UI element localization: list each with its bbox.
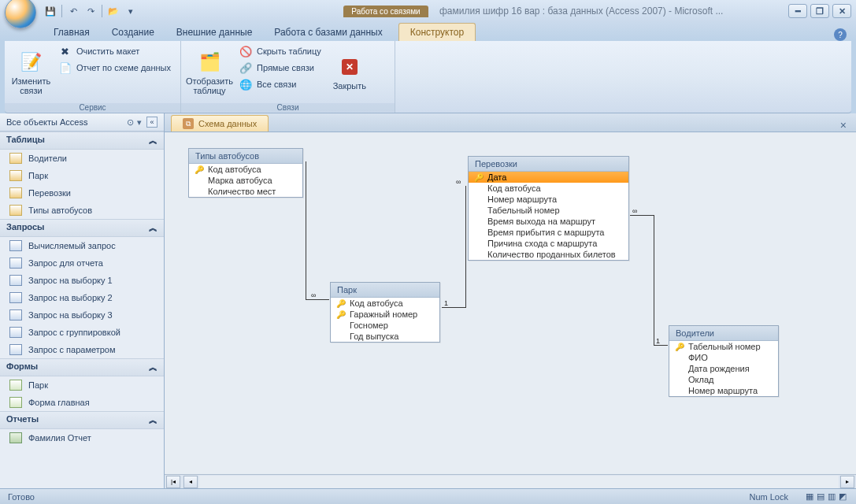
show-table-button[interactable]: 🗂️ Отобразить таблицу xyxy=(186,43,233,102)
nav-collapse-button[interactable]: « xyxy=(146,117,157,128)
relation-table-bus-types[interactable]: Типы автобусов🔑Код автобусаМарка автобус… xyxy=(188,148,303,198)
all-relationships-button[interactable]: 🌐 Все связи xyxy=(235,76,326,92)
relation-table-drivers[interactable]: Водители🔑Табельный номерФИОДата рождения… xyxy=(669,325,779,397)
nav-item-table[interactable]: Водители xyxy=(0,150,164,167)
relation-field[interactable]: Оклад xyxy=(669,374,778,385)
tab-external[interactable]: Внешние данные xyxy=(165,24,264,41)
hide-table-icon: 🚫 xyxy=(239,45,252,57)
key-icon: 🔑 xyxy=(674,343,685,351)
tab-dbtools[interactable]: Работа с базами данных xyxy=(263,24,393,41)
hide-table-button[interactable]: 🚫 Скрыть таблицу xyxy=(235,43,326,59)
relation-field[interactable]: Дата рождения xyxy=(669,363,778,374)
nav-item-query[interactable]: Запрос на выборку 2 xyxy=(0,289,164,306)
view-shortcut-1[interactable]: ▦ xyxy=(806,491,813,502)
restore-button[interactable]: ❐ xyxy=(810,4,829,18)
cardinality-one: 1 xyxy=(656,337,660,345)
view-shortcut-2[interactable]: ▤ xyxy=(817,491,825,502)
close-window-button[interactable]: ✕ xyxy=(832,4,851,18)
office-button[interactable] xyxy=(5,0,36,28)
relation-table-trans[interactable]: Перевозки🔑ДатаКод автобусаНомер маршрута… xyxy=(468,156,629,261)
scroll-left-button[interactable]: ◂ xyxy=(183,476,198,488)
clear-layout-icon: ✖ xyxy=(59,45,72,57)
direct-relationships-button[interactable]: 🔗 Прямые связи xyxy=(235,60,326,76)
relation-table-header[interactable]: Водители xyxy=(669,326,778,341)
document-tab-schema[interactable]: ⧉ Схема данных xyxy=(171,115,269,132)
nav-menu-icon[interactable]: ▾ xyxy=(137,117,142,128)
relation-field[interactable]: Госномер xyxy=(331,320,439,331)
nav-item-query[interactable]: Запрос на выборку 3 xyxy=(0,306,164,324)
nav-item-query[interactable]: Запрос на выборку 1 xyxy=(0,272,164,289)
nav-title[interactable]: Все объекты Access xyxy=(6,117,87,127)
relation-field[interactable]: Код автобуса xyxy=(469,183,628,194)
nav-item-form[interactable]: Парк xyxy=(0,376,164,394)
relation-field[interactable]: Время прибытия с маршрута xyxy=(469,227,628,238)
relation-field[interactable]: 🔑Дата xyxy=(469,172,628,183)
nav-group-tables[interactable]: Таблицы︽ xyxy=(0,132,164,150)
nav-item-table[interactable]: Перевозки xyxy=(0,184,164,202)
nav-item-query-icon xyxy=(9,309,22,321)
nav-group-queries[interactable]: Запросы︽ xyxy=(0,219,164,237)
key-icon: 🔑 xyxy=(335,310,346,319)
relation-field[interactable]: 🔑Код автобуса xyxy=(189,164,302,175)
relation-field[interactable]: 🔑Гаражный номер xyxy=(331,309,439,320)
relation-field[interactable]: Количество проданных билетов xyxy=(469,249,628,260)
view-shortcut-4[interactable]: ◩ xyxy=(839,491,847,502)
clear-layout-button[interactable]: ✖ Очистить макет xyxy=(54,43,176,59)
relation-field[interactable]: Количество мест xyxy=(189,186,302,197)
tab-design-context[interactable]: Конструктор xyxy=(398,23,476,41)
nav-item-table[interactable]: Типы автобусов xyxy=(0,202,164,219)
qat-customize[interactable]: ▾ xyxy=(123,3,139,19)
relation-field[interactable]: Причина схода с маршрута xyxy=(469,238,628,249)
relationships-icon: ⧉ xyxy=(183,118,194,129)
edit-relationships-button[interactable]: 📝 Изменить связи xyxy=(9,43,53,102)
nav-group-forms[interactable]: Формы︽ xyxy=(0,358,164,376)
cardinality-many: ∞ xyxy=(632,207,637,215)
relation-field[interactable]: Год выпуска xyxy=(331,331,439,342)
qat-open[interactable]: 📂 xyxy=(106,3,121,19)
relation-line xyxy=(306,161,306,299)
schema-report-icon: 📄 xyxy=(59,61,72,74)
relation-table-park[interactable]: Парк🔑Код автобуса🔑Гаражный номерГосномер… xyxy=(330,282,440,343)
context-tab-label: Работа со связями xyxy=(343,6,428,17)
nav-item-query[interactable]: Запрос с параметром xyxy=(0,341,164,358)
relation-line xyxy=(306,299,329,300)
schema-report-button[interactable]: 📄 Отчет по схеме данных xyxy=(54,60,176,76)
relation-field[interactable]: ФИО xyxy=(669,352,778,363)
view-shortcut-3[interactable]: ▥ xyxy=(828,491,836,502)
qat-save[interactable]: 💾 xyxy=(43,3,58,19)
relation-table-header[interactable]: Парк xyxy=(331,283,439,298)
relation-field[interactable]: Номер маршрута xyxy=(669,385,778,396)
qat-redo[interactable]: ↷ xyxy=(83,3,98,19)
qat-undo[interactable]: ↶ xyxy=(65,3,81,19)
scroll-right-button[interactable]: ▸ xyxy=(840,476,854,488)
relation-field[interactable]: Номер маршрута xyxy=(469,194,628,205)
nav-item-query[interactable]: Вычисляемый запрос xyxy=(0,237,164,254)
relation-field[interactable]: 🔑Код автобуса xyxy=(331,298,439,309)
hscroll-track[interactable] xyxy=(199,476,839,488)
close-schema-button[interactable]: ✕ Закрыть xyxy=(326,43,373,102)
tab-create[interactable]: Создание xyxy=(101,24,165,41)
nav-dropdown-icon[interactable]: ⊙ xyxy=(127,117,134,128)
nav-item-query-icon xyxy=(9,344,22,355)
collapse-icon: ︽ xyxy=(149,414,157,426)
nav-item-query[interactable]: Запрос с группировкой xyxy=(0,324,164,341)
relation-field[interactable]: Табельный номер xyxy=(469,205,628,216)
nav-group-reports[interactable]: Отчеты︽ xyxy=(0,411,164,429)
nav-item-form[interactable]: Форма главная xyxy=(0,394,164,411)
status-numlock: Num Lock xyxy=(749,492,788,502)
relation-table-header[interactable]: Типы автобусов xyxy=(189,149,302,164)
relation-table-header[interactable]: Перевозки xyxy=(469,157,628,172)
nav-item-table[interactable]: Парк xyxy=(0,167,164,184)
nav-item-report[interactable]: Фамилия Отчет xyxy=(0,429,164,447)
document-close-button[interactable]: × xyxy=(836,119,851,132)
relation-field[interactable]: Марка автобуса xyxy=(189,175,302,186)
relation-field[interactable]: Время выхода на маршрут xyxy=(469,216,628,227)
tab-home[interactable]: Главная xyxy=(43,24,101,41)
qat-separator xyxy=(102,5,102,17)
relation-line xyxy=(465,186,466,308)
help-button[interactable]: ? xyxy=(834,28,847,41)
minimize-button[interactable]: ━ xyxy=(788,4,807,18)
record-first-button[interactable]: |◂ xyxy=(166,476,180,488)
nav-item-query[interactable]: Запрос для отчета xyxy=(0,254,164,272)
relation-field[interactable]: 🔑Табельный номер xyxy=(669,341,778,352)
